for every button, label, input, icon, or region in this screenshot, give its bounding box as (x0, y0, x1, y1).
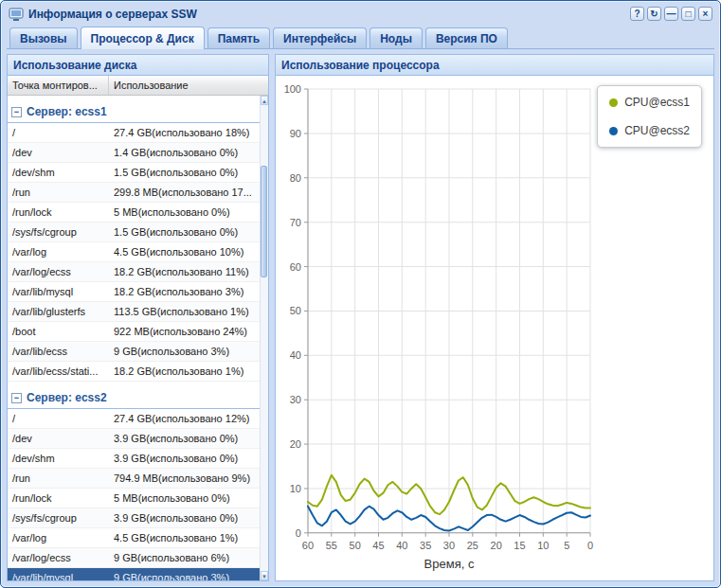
usage-cell: 5 MB(использовано 0%) (109, 489, 260, 508)
svg-text:100: 100 (284, 83, 301, 95)
table-row[interactable]: /dev/shm1.5 GB(использовано 0%) (8, 163, 260, 183)
minimize-button[interactable]: — (664, 7, 678, 21)
table-row[interactable]: /var/lib/glusterfs113.5 GB(использовано … (8, 302, 260, 322)
table-row[interactable]: /var/lib/mysql18.2 GB(использовано 3%) (8, 282, 260, 302)
table-row[interactable]: /var/lib/ecss9 GB(использовано 3%) (8, 342, 260, 362)
table-row[interactable]: /sys/fs/cgroup3.9 GB(использовано 0%) (8, 508, 260, 528)
scrollbar-thumb[interactable] (261, 166, 267, 277)
cpu-panel-title: Использование процессора (276, 55, 713, 76)
usage-cell: 18.2 GB(использовано 11%) (109, 262, 260, 281)
scroll-down-icon[interactable]: ▼ (261, 571, 268, 580)
svg-text:45: 45 (372, 540, 384, 551)
mount-point-cell: /sys/fs/cgroup (8, 223, 109, 241)
table-row[interactable]: /dev1.4 GB(использовано 0%) (8, 143, 260, 163)
maximize-button[interactable]: □ (681, 7, 695, 21)
svg-text:20: 20 (290, 438, 301, 450)
tab-nodes[interactable]: Ноды (370, 27, 423, 48)
svg-text:10: 10 (537, 540, 549, 551)
table-row[interactable]: /var/log/ecss18.2 GB(использовано 11%) (8, 262, 260, 282)
tab-calls[interactable]: Вызовы (9, 27, 78, 48)
svg-text:80: 80 (290, 172, 301, 184)
svg-text:55: 55 (326, 540, 337, 551)
mount-point-cell: /dev (8, 143, 109, 162)
disk-usage-panel: Использование диска Точка монтиров... Ис… (7, 54, 269, 581)
refresh-button[interactable]: ↻ (647, 7, 661, 21)
scroll-up-icon[interactable]: ▲ (261, 96, 268, 105)
usage-cell: 27.4 GB(использовано 18%) (109, 123, 260, 142)
window-title: Информация о серверах SSW (28, 8, 197, 21)
table-row[interactable]: /var/log4.5 GB(использовано 10%) (8, 242, 260, 262)
mount-point-cell: /var/log (8, 528, 109, 547)
mount-point-cell: /var/lib/ecss/stati... (8, 362, 109, 381)
column-header-mount-point[interactable]: Точка монтиров... (8, 76, 109, 95)
cpu-chart-area: 0102030405060708090100605550454035302520… (276, 76, 713, 580)
collapse-icon[interactable]: − (11, 107, 22, 117)
svg-text:15: 15 (514, 540, 525, 551)
legend-item[interactable]: CPU@ecss1 (609, 96, 690, 109)
table-row[interactable]: /27.4 GB(использовано 18%) (8, 123, 260, 143)
svg-text:40: 40 (290, 349, 301, 361)
mount-point-cell: /dev/shm (8, 449, 109, 468)
server-monitor-icon (9, 7, 24, 22)
legend-item[interactable]: CPU@ecss2 (609, 124, 690, 137)
table-row[interactable]: /sys/fs/cgroup1.5 GB(использовано 0%) (8, 223, 260, 242)
table-row[interactable]: /run794.9 MB(использовано 9%) (8, 469, 260, 489)
usage-cell: 5 MB(использовано 0%) (109, 203, 260, 222)
tab-bar: Вызовы Процессор & Диск Память Интерфейс… (7, 24, 714, 49)
usage-cell: 4.5 GB(использовано 1%) (109, 528, 260, 547)
svg-text:10: 10 (290, 483, 301, 494)
group-label: Сервер: ecss1 (27, 105, 107, 118)
chart-legend: CPU@ecss1CPU@ecss2 (597, 85, 702, 148)
mount-point-cell: /var/lib/ecss (8, 342, 109, 361)
usage-cell: 9 GB(использовано 6%) (109, 548, 260, 567)
svg-text:35: 35 (420, 540, 431, 551)
svg-text:50: 50 (350, 540, 361, 551)
mount-point-cell: /var/lib/mysql (8, 568, 109, 580)
svg-text:70: 70 (290, 217, 301, 228)
group-header[interactable]: −Сервер: ecss1 (8, 96, 260, 123)
table-row[interactable]: /dev3.9 GB(использовано 0%) (8, 429, 260, 449)
group-header[interactable]: −Сервер: ecss2 (8, 382, 260, 409)
tab-software-version[interactable]: Версия ПО (425, 27, 508, 48)
help-button[interactable]: ? (630, 7, 644, 21)
svg-text:0: 0 (296, 527, 301, 539)
disk-panel-title: Использование диска (8, 55, 268, 76)
close-button[interactable]: × (698, 7, 712, 21)
table-row[interactable]: /var/log4.5 GB(использовано 1%) (8, 528, 260, 548)
svg-text:50: 50 (290, 305, 301, 316)
table-row[interactable]: /run/lock5 MB(использовано 0%) (8, 489, 260, 508)
tab-memory[interactable]: Память (207, 27, 270, 48)
scrollbar-track[interactable] (261, 105, 268, 571)
column-header-usage[interactable]: Использование (109, 76, 268, 95)
table-row[interactable]: /run299.8 MB(использовано 17... (8, 183, 260, 203)
svg-text:90: 90 (290, 128, 301, 139)
window-titlebar: Информация о серверах SSW ? ↻ — □ × (7, 4, 714, 24)
group-label: Сервер: ecss2 (27, 391, 107, 404)
window-controls: ? ↻ — □ × (630, 7, 712, 21)
table-row[interactable]: /27.4 GB(использовано 12%) (8, 409, 260, 429)
table-row[interactable]: /var/lib/mysql9 GB(использовано 3%) (8, 568, 260, 580)
cpu-usage-panel: Использование процессора 010203040506070… (275, 54, 714, 581)
table-row[interactable]: /var/log/ecss9 GB(использовано 6%) (8, 548, 260, 568)
table-row[interactable]: /run/lock5 MB(использовано 0%) (8, 203, 260, 223)
tab-interfaces[interactable]: Интерфейсы (273, 27, 367, 48)
svg-text:60: 60 (302, 540, 314, 551)
tab-content: Использование диска Точка монтиров... Ис… (7, 54, 714, 581)
usage-cell: 9 GB(использовано 3%) (109, 568, 260, 580)
usage-cell: 3.9 GB(использовано 0%) (109, 429, 260, 448)
table-row[interactable]: /var/lib/ecss/stati...18.2 GB(использова… (8, 362, 260, 382)
vertical-scrollbar[interactable]: ▲ ▼ (260, 96, 268, 580)
svg-text:0: 0 (587, 540, 593, 551)
mount-point-cell: /sys/fs/cgroup (8, 508, 109, 527)
svg-text:Время, с: Время, с (424, 557, 475, 571)
usage-cell: 18.2 GB(использовано 3%) (109, 282, 260, 301)
collapse-icon[interactable]: − (11, 393, 22, 403)
disk-rows: −Сервер: ecss1/27.4 GB(использовано 18%)… (8, 96, 260, 580)
mount-point-cell: /var/lib/mysql (8, 282, 109, 301)
usage-cell: 113.5 GB(использовано 1%) (109, 302, 260, 321)
tab-cpu-disk[interactable]: Процессор & Диск (81, 27, 205, 49)
mount-point-cell: /run/lock (8, 489, 109, 508)
table-row[interactable]: /dev/shm3.9 GB(использовано 0%) (8, 449, 260, 469)
table-row[interactable]: /boot922 MB(использовано 24%) (8, 322, 260, 342)
legend-marker-icon (609, 98, 618, 107)
